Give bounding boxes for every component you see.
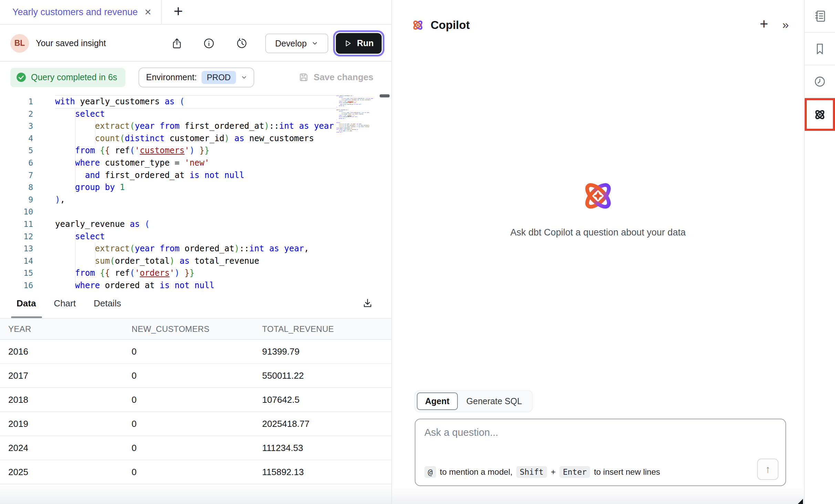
table-cell: 2018 [0,388,132,412]
line-number: 15 [0,267,37,280]
new-chat-icon[interactable]: + [760,16,768,32]
environment-value: PROD [202,71,236,84]
line-number: 6 [0,157,37,169]
table-header-row: YEARNEW_CUSTOMERSTOTAL_REVENUE [0,319,391,339]
hint-text: to insert new lines [594,467,660,477]
code-line: where customer_type = 'new' [55,157,336,169]
copilot-mode-switch: Agent Generate SQL [415,390,533,412]
new-tab-button[interactable]: + [174,11,183,13]
indent-guide [95,120,95,145]
code-line: count(distinct customer_id) as new_custo… [55,133,336,145]
sql-code-editor[interactable]: 12345678910111213141516 with yearly_cust… [0,92,391,288]
play-icon [344,39,352,48]
sidebar-item-copilot[interactable] [805,98,835,131]
history-icon [813,74,827,89]
results-footer [0,484,391,504]
run-label: Run [357,38,374,48]
chevron-down-icon [241,74,247,81]
code-line: and first_ordered_at is not null [55,169,336,182]
line-number: 9 [0,194,37,206]
hint-text: + [551,467,556,477]
table-cell: 2019 [0,412,132,436]
mode-agent-button[interactable]: Agent [417,392,458,410]
copilot-logo-icon [411,18,425,32]
table-body: 2016091399.7920170550011.2220180107642.5… [0,339,391,484]
line-number: 11 [0,218,37,231]
tab-bar: Yearly customers and revenue ✕ + [0,0,391,25]
environment-label: Environment: [146,72,197,82]
save-changes-button[interactable]: Save changes [298,72,373,83]
query-status-text: Query completed in 6s [31,72,117,82]
line-number: 10 [0,206,37,218]
develop-dropdown[interactable]: Develop [265,33,328,53]
copilot-question-input[interactable]: Ask a question... @to mention a model,Sh… [415,419,786,486]
table-column-header: NEW_CUSTOMERS [132,319,262,339]
line-number: 2 [0,108,37,120]
tab-details[interactable]: Details [94,288,121,318]
copilot-empty-text: Ask dbt Copilot a question about your da… [392,227,804,238]
table-cell: 2025 [0,460,132,484]
info-icon[interactable] [203,38,215,49]
history-icon[interactable] [236,38,248,49]
code-line: extract(year from first_ordered_at)::int… [55,120,336,133]
code-lines: with yearly_customers as ( select extrac… [55,96,336,288]
sidebar-item-history[interactable] [805,65,835,98]
table-row[interactable]: 20240111234.53 [0,436,391,460]
line-number: 13 [0,243,37,255]
tab-chart[interactable]: Chart [54,288,76,318]
table-cell: 2025418.77 [262,412,391,436]
line-number: 12 [0,231,37,243]
mode-generate-sql-button[interactable]: Generate SQL [458,393,530,409]
table-cell: 0 [132,388,262,412]
insight-toolbar: BL Your saved insight [0,25,391,62]
editor-scrollbar-thumb[interactable] [380,94,390,97]
indent-guide [95,243,95,267]
line-number: 4 [0,133,37,145]
table-cell: 0 [132,436,262,460]
download-icon[interactable] [362,297,373,309]
code-line: group by 1 [55,181,336,194]
code-line: ), [55,194,336,206]
insight-title: Your saved insight [36,38,106,48]
send-button[interactable]: ↑ [757,459,779,480]
chevron-down-icon [311,40,318,47]
kbd-chip: Shift [516,466,547,478]
table-row[interactable]: 20180107642.5 [0,388,391,412]
avatar: BL [10,34,29,53]
kbd-chip: Enter [559,466,590,478]
up-arrow-icon: ↑ [765,463,771,475]
editor-minimap[interactable]: with yearly_customers as ( select extrac… [336,95,379,243]
collapse-panel-icon[interactable]: » [782,18,789,31]
share-icon[interactable] [171,38,183,49]
tab-yearly-customers-and-revenue[interactable]: Yearly customers and revenue ✕ [0,0,162,24]
table-row[interactable]: 2016091399.79 [0,339,391,364]
table-column-header: TOTAL_REVENUE [262,319,391,339]
table-cell: 0 [132,364,262,388]
code-line: from {{ ref('orders') }} [55,267,336,280]
copilot-empty-state: Ask dbt Copilot a question about your da… [392,176,804,238]
table-row[interactable]: 201902025418.77 [0,412,391,436]
line-number: 5 [0,145,37,157]
environment-selector[interactable]: Environment: PROD [138,67,254,87]
sidebar-item-bookmarks[interactable] [805,33,835,65]
sidebar-item-lineage[interactable] [805,0,835,33]
bookmark-icon [813,42,827,56]
copilot-icon [813,107,827,122]
run-button[interactable]: Run [336,33,382,54]
table-row[interactable]: 20250115892.13 [0,460,391,484]
save-changes-label: Save changes [314,72,373,83]
tab-data[interactable]: Data [17,288,36,318]
table-cell: 91399.79 [262,339,391,364]
results-tab-bar: Data Chart Details [0,288,391,319]
close-tab-icon[interactable]: ✕ [144,7,152,17]
resize-corner [798,499,803,504]
code-line: extract(year from ordered_at)::int as ye… [55,243,336,255]
table-row[interactable]: 20170550011.22 [0,364,391,388]
table-cell: 0 [132,339,262,364]
line-number: 16 [0,280,37,288]
code-line: from {{ ref('customers') }} [55,145,336,157]
table-cell: 0 [132,460,262,484]
code-line: yearly_revenue as ( [55,218,336,231]
table-cell: 2017 [0,364,132,388]
code-line: select [55,231,336,243]
